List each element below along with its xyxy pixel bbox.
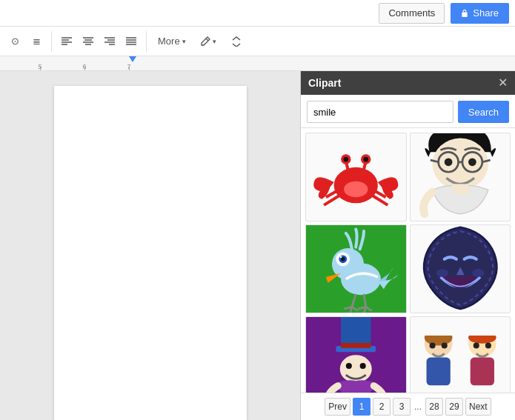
svg-rect-37 [452, 184, 468, 193]
svg-line-48 [352, 307, 358, 310]
align-justify-btn[interactable] [121, 31, 142, 52]
pencil-icon [199, 36, 211, 47]
ruler-cursor-arrow [129, 56, 136, 62]
svg-rect-71 [470, 358, 494, 386]
document-page [54, 86, 247, 420]
svg-point-65 [441, 343, 447, 349]
top-bar: Comments Share [0, 0, 515, 27]
ruler-mark-7: 7 [107, 63, 151, 70]
clipart-bird-svg [306, 224, 406, 313]
clipart-item-bird[interactable] [305, 224, 407, 313]
pencil-chevron-icon: ▾ [213, 38, 216, 45]
svg-point-36 [468, 158, 476, 166]
toolbar-group-align [56, 31, 147, 52]
clipart-item-dark-smiley[interactable] [410, 224, 511, 313]
svg-point-61 [360, 363, 366, 369]
clipart-bottom2-svg [411, 336, 511, 385]
clipart-item-bottom1[interactable] [305, 316, 407, 393]
align-left-icon [61, 36, 73, 47]
share-button[interactable]: Share [451, 3, 509, 24]
lock-icon [461, 9, 468, 18]
svg-point-60 [346, 363, 352, 369]
svg-rect-58 [341, 343, 371, 348]
pagination-page3-button[interactable]: 3 [393, 398, 411, 416]
clipart-character-svg [411, 133, 511, 221]
svg-point-69 [473, 343, 479, 349]
align-justify-icon [125, 36, 137, 47]
clipart-title: Clipart [308, 77, 341, 89]
pagination-next-button[interactable]: Next [465, 398, 491, 416]
svg-line-45 [352, 294, 356, 307]
clipart-close-button[interactable]: ✕ [498, 77, 508, 89]
svg-point-35 [444, 158, 452, 166]
clipart-item-crab[interactable] [305, 133, 407, 221]
svg-point-44 [340, 256, 342, 259]
toolbar-lines-btn[interactable]: ≣ [26, 31, 47, 52]
collapse-icon [231, 36, 242, 47]
svg-point-53 [436, 269, 448, 277]
svg-rect-0 [462, 12, 468, 16]
align-right-icon [104, 36, 116, 47]
align-center-icon [82, 36, 94, 47]
svg-point-70 [485, 343, 491, 349]
toolbar-group-undo: ⊙ ≣ [4, 31, 52, 52]
main-area: Clipart ✕ Search [0, 71, 515, 420]
clipart-item-bottom2[interactable] [410, 316, 511, 393]
clipart-header: Clipart ✕ [301, 71, 515, 95]
clipart-grid [301, 128, 515, 393]
more-button[interactable]: More ▾ [151, 31, 193, 52]
pagination-page2-button[interactable]: 2 [373, 398, 391, 416]
pagination-page29-button[interactable]: 29 [445, 398, 463, 416]
svg-point-21 [343, 156, 348, 161]
ruler-mark-6: 6 [62, 63, 107, 70]
pagination-ellipsis: ... [413, 401, 423, 412]
svg-point-29 [432, 139, 488, 190]
clipart-search-bar: Search [301, 95, 515, 128]
pagination-page1-button[interactable]: 1 [353, 398, 371, 416]
svg-marker-40 [326, 273, 341, 282]
toolbar: ⊙ ≣ [0, 27, 515, 56]
chevron-down-icon: ▾ [182, 38, 186, 45]
clipart-panel: Clipart ✕ Search [300, 71, 515, 420]
document-area [0, 71, 300, 420]
svg-point-28 [344, 181, 368, 197]
clipart-item-character[interactable] [410, 133, 511, 221]
clipart-darksmiley-svg [411, 224, 511, 313]
share-label: Share [473, 7, 499, 19]
more-label: More [158, 36, 180, 47]
svg-line-49 [364, 294, 366, 307]
clipart-search-input[interactable] [307, 101, 453, 123]
pagination-prev-button[interactable]: Prev [325, 398, 350, 416]
clipart-crab-svg [306, 133, 406, 221]
align-center-btn[interactable] [78, 31, 99, 52]
ruler-mark-5: 5 [18, 63, 62, 70]
svg-point-23 [363, 156, 368, 161]
svg-point-54 [472, 269, 484, 277]
comments-button[interactable]: Comments [379, 3, 445, 24]
clipart-bottom1-svg [306, 316, 406, 393]
align-right-btn[interactable] [99, 31, 120, 52]
svg-line-52 [366, 307, 372, 310]
pagination-page28-button[interactable]: 28 [425, 398, 443, 416]
svg-point-64 [429, 343, 435, 349]
ruler: 5 6 7 [0, 56, 515, 71]
collapse-btn[interactable] [226, 31, 247, 52]
toolbar-cd-btn[interactable]: ⊙ [4, 31, 25, 52]
align-left-btn[interactable] [56, 31, 77, 52]
clipart-search-button[interactable]: Search [458, 101, 509, 123]
svg-rect-66 [426, 358, 450, 386]
pencil-button[interactable]: ▾ [194, 31, 222, 52]
clipart-pagination: Prev 1 2 3 ... 28 29 Next [301, 393, 515, 420]
